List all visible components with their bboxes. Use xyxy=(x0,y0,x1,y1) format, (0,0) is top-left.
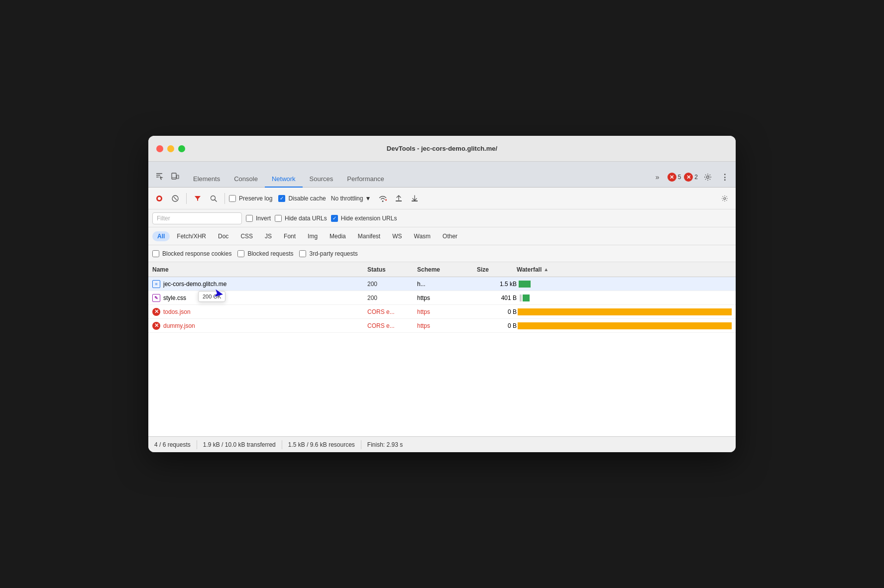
type-filter-bar: All Fetch/XHR Doc CSS JS Font Img Media … xyxy=(148,227,736,245)
size-cell: 1.5 kB xyxy=(477,281,517,288)
table-row[interactable]: ✕ todos.json CORS e... https 0 B xyxy=(148,305,736,319)
maximize-button[interactable] xyxy=(178,145,185,152)
svg-point-6 xyxy=(707,176,709,179)
disable-cache-checkbox[interactable]: ✓ Disable cache xyxy=(278,195,326,202)
tab-console[interactable]: Console xyxy=(227,171,265,188)
size-cell: 0 B xyxy=(477,308,517,315)
search-button[interactable] xyxy=(207,192,221,205)
table-row[interactable]: ✕ dummy.json CORS e... https 0 B xyxy=(148,319,736,333)
col-scheme-header[interactable]: Scheme xyxy=(417,266,477,273)
type-filter-wasm[interactable]: Wasm xyxy=(409,231,436,241)
cursor-arrow-icon: ➤ xyxy=(213,286,225,301)
device-toggle-icon[interactable] xyxy=(168,169,182,183)
title-bar: DevTools - jec-cors-demo.glitch.me/ xyxy=(148,136,736,162)
settings-gear-icon[interactable] xyxy=(701,170,715,184)
devtools-window: DevTools - jec-cors-demo.glitch.me/ xyxy=(148,136,736,452)
tab-sources[interactable]: Sources xyxy=(303,171,340,188)
type-filter-other[interactable]: Other xyxy=(438,231,462,241)
col-status-header[interactable]: Status xyxy=(367,266,417,273)
preserve-log-checkbox[interactable]: Preserve log xyxy=(229,195,272,202)
request-name: style.css xyxy=(163,294,186,301)
transferred-size: 1.9 kB / 10.0 kB transferred xyxy=(203,441,276,448)
window-title: DevTools - jec-cors-demo.glitch.me/ xyxy=(387,145,497,152)
status-bar: 4 / 6 requests 1.9 kB / 10.0 kB transfer… xyxy=(148,436,736,452)
scheme-cell: https xyxy=(417,294,477,301)
table-row[interactable]: ≡ jec-cors-demo.glitch.me 200 h... 1.5 k… xyxy=(148,277,736,291)
type-filter-media[interactable]: Media xyxy=(325,231,351,241)
svg-rect-2 xyxy=(156,177,159,178)
col-waterfall-header: Waterfall ▲ xyxy=(517,266,732,273)
hide-extension-check-icon: ✓ xyxy=(331,215,338,222)
status-divider-3 xyxy=(361,440,361,449)
network-toolbar: Preserve log ✓ Disable cache No throttli… xyxy=(148,188,736,209)
type-filter-all[interactable]: All xyxy=(152,231,170,241)
hide-extension-urls-checkbox[interactable]: ✓ Hide extension URLs xyxy=(331,215,397,222)
more-options-icon[interactable]: ⋮ xyxy=(718,170,732,184)
row-name-cell: ✕ dummy.json xyxy=(152,322,367,330)
minimize-button[interactable] xyxy=(167,145,174,152)
toolbar-divider-1 xyxy=(186,193,187,204)
blocked-cookies-checkbox[interactable]: Blocked response cookies xyxy=(152,250,231,257)
error-badge-2: ✕ 2 xyxy=(684,173,698,182)
size-cell: 0 B xyxy=(477,322,517,329)
invert-checkbox[interactable]: Invert xyxy=(246,215,271,222)
table-row[interactable]: ✎ style.css 200 https 401 B xyxy=(148,291,736,305)
type-filter-font[interactable]: Font xyxy=(279,231,301,241)
requests-table: ≡ jec-cors-demo.glitch.me 200 h... 1.5 k… xyxy=(148,277,736,436)
throttle-select[interactable]: No throttling ▼ xyxy=(328,193,374,204)
error-icon-red-1: ✕ xyxy=(667,173,676,182)
size-cell: 401 B xyxy=(477,294,517,301)
waterfall-bar-yellow xyxy=(518,308,732,315)
third-party-checkbox[interactable]: 3rd-party requests xyxy=(299,250,357,257)
col-name-header[interactable]: Name xyxy=(152,266,367,273)
waterfall-bar xyxy=(519,281,531,288)
filter-input[interactable] xyxy=(152,212,242,224)
devtools-tab-bar: Elements Console Network Sources Perform… xyxy=(148,162,736,188)
extra-filter-bar: Blocked response cookies Blocked request… xyxy=(148,245,736,262)
scheme-cell: h... xyxy=(417,281,477,288)
col-size-header[interactable]: Size xyxy=(477,266,517,273)
svg-rect-3 xyxy=(172,173,176,179)
upload-icon[interactable] xyxy=(392,192,406,205)
type-filter-css[interactable]: CSS xyxy=(235,231,258,241)
svg-point-15 xyxy=(724,197,726,199)
waterfall-cell xyxy=(517,277,732,291)
network-settings-icon[interactable] xyxy=(718,192,732,205)
close-button[interactable] xyxy=(156,145,163,152)
record-button[interactable] xyxy=(152,192,166,205)
type-filter-img[interactable]: Img xyxy=(303,231,323,241)
cursor-icon[interactable] xyxy=(152,169,166,183)
svg-line-10 xyxy=(174,197,177,200)
status-cell: CORS e... xyxy=(367,322,417,329)
disable-cache-check-icon: ✓ xyxy=(278,195,285,202)
type-filter-fetch-xhr[interactable]: Fetch/XHR xyxy=(172,231,211,241)
type-filter-manifest[interactable]: Manifest xyxy=(353,231,385,241)
toolbar-divider-2 xyxy=(224,193,225,204)
more-tabs-button[interactable]: » xyxy=(651,170,664,184)
table-header: Name Status Scheme Size Waterfall ▲ xyxy=(148,262,736,277)
type-filter-ws[interactable]: WS xyxy=(387,231,407,241)
status-cell: CORS e... xyxy=(367,308,417,315)
filter-button[interactable] xyxy=(191,192,205,205)
scheme-cell: https xyxy=(417,322,477,329)
status-divider-2 xyxy=(282,440,282,449)
type-filter-doc[interactable]: Doc xyxy=(213,231,233,241)
tab-performance[interactable]: Performance xyxy=(340,171,391,188)
status-cell: 200 xyxy=(367,281,417,288)
tab-elements[interactable]: Elements xyxy=(186,171,227,188)
blocked-requests-checkbox[interactable]: Blocked requests xyxy=(237,250,293,257)
clear-button[interactable] xyxy=(168,192,182,205)
error-icon-red-2: ✕ xyxy=(684,173,693,182)
resources-size: 1.5 kB / 9.6 kB resources xyxy=(288,441,355,448)
css-icon: ✎ xyxy=(152,294,160,302)
wifi-settings-icon[interactable] xyxy=(376,192,390,205)
status-divider-1 xyxy=(197,440,197,449)
type-filter-js[interactable]: JS xyxy=(260,231,277,241)
svg-rect-0 xyxy=(156,173,162,174)
hide-data-urls-checkbox[interactable]: Hide data URLs xyxy=(275,215,327,222)
download-icon[interactable] xyxy=(408,192,422,205)
svg-rect-4 xyxy=(177,175,179,179)
row-name-cell: ≡ jec-cors-demo.glitch.me xyxy=(152,280,367,288)
tab-network[interactable]: Network xyxy=(265,171,303,188)
error-badge-1: ✕ 5 xyxy=(667,173,681,182)
